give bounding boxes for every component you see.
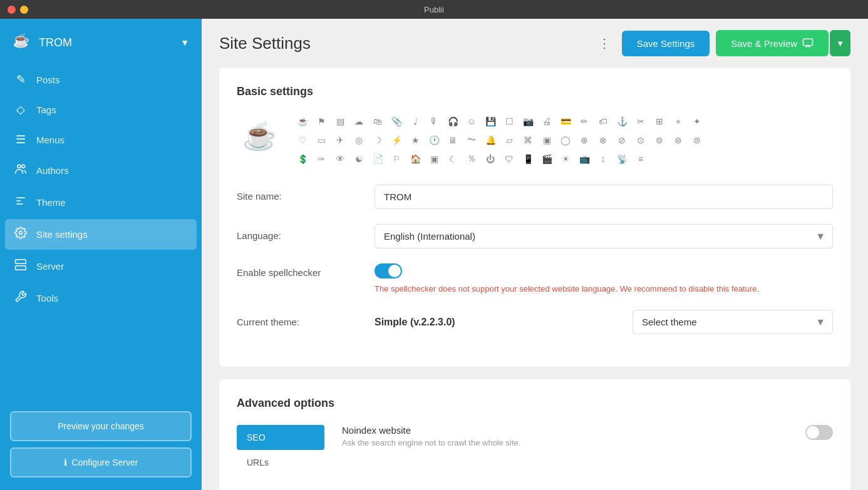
theme-select[interactable]: Select theme	[633, 310, 833, 334]
icon-cell[interactable]: ✏	[576, 113, 592, 130]
configure-server-label: Configure Server	[72, 457, 138, 467]
icon-cell[interactable]: ♡	[294, 132, 311, 148]
minimize-button[interactable]	[20, 6, 28, 14]
icon-cell[interactable]: ⚡	[388, 132, 405, 148]
icon-cell[interactable]: 🎙	[426, 113, 442, 130]
icon-cell[interactable]: 🏠	[407, 151, 423, 167]
adv-tab-urls[interactable]: URLs	[237, 450, 324, 475]
sidebar-item-theme[interactable]: Theme	[5, 187, 197, 218]
icon-cell[interactable]: 🎬	[539, 151, 555, 167]
icon-cell[interactable]: ⊘	[614, 132, 630, 148]
spellchecker-warning: The spellchecker does not support your s…	[375, 283, 833, 295]
icon-cell[interactable]: ⌖	[670, 113, 686, 130]
advanced-options-title: Advanced options	[237, 397, 833, 410]
save-preview-dropdown-button[interactable]: ▼	[830, 30, 850, 56]
icon-cell[interactable]: ☽	[369, 132, 386, 148]
tags-icon: ◇	[14, 103, 28, 116]
icon-cell[interactable]: ⊞	[651, 113, 668, 130]
icon-cell[interactable]: 💳	[557, 113, 574, 130]
icon-cell[interactable]: ≡	[633, 151, 649, 167]
icon-cell[interactable]: ▱	[501, 132, 517, 148]
sidebar-item-menus[interactable]: ☰ Menus	[5, 125, 197, 154]
svg-rect-7	[16, 266, 26, 270]
icon-picker-grid: ☕ ⚑ ▤ ☁ 🛍 📎 ♩ 🎙 🎧 ☺ 💾 ☐ 📷 🖨	[294, 113, 833, 167]
site-name-input[interactable]	[375, 185, 833, 209]
icon-cell[interactable]: 💾	[482, 113, 499, 130]
icon-cell[interactable]: ▣	[539, 132, 555, 148]
icon-cell[interactable]: 📄	[369, 151, 386, 167]
icon-cell[interactable]: ☁	[351, 113, 367, 130]
icon-cell[interactable]: 📱	[520, 151, 536, 167]
icon-cell[interactable]: ⚑	[313, 113, 329, 130]
icon-cell[interactable]: 🏷	[595, 113, 611, 130]
icon-cell[interactable]: ⏻	[482, 151, 499, 167]
icon-cell[interactable]: 👁	[332, 151, 348, 167]
icon-cell[interactable]: ⚓	[614, 113, 630, 130]
icon-cell[interactable]: 📺	[576, 151, 592, 167]
adv-tab-seo[interactable]: SEO	[237, 425, 324, 450]
sidebar-dropdown-icon[interactable]: ▼	[180, 38, 189, 48]
menus-icon: ☰	[14, 133, 28, 146]
icon-cell[interactable]: ☾	[445, 151, 461, 167]
sidebar-item-site-settings[interactable]: Site settings	[5, 219, 197, 250]
sidebar-item-server[interactable]: Server	[5, 251, 197, 282]
icon-cell[interactable]: ☀	[557, 151, 574, 167]
icon-cell[interactable]: 📡	[614, 151, 630, 167]
language-select[interactable]: English (International) German French Sp…	[375, 224, 833, 248]
icon-cell[interactable]: ↕	[595, 151, 611, 167]
icon-cell[interactable]: ✦	[689, 113, 705, 130]
icon-cell[interactable]: 📷	[520, 113, 536, 130]
advanced-options-section: Advanced options SEO URLs Noindex websit…	[219, 379, 850, 490]
icon-cell[interactable]: ⊚	[651, 132, 668, 148]
icon-cell[interactable]: ✂	[633, 113, 649, 130]
svg-point-0	[18, 165, 21, 168]
sidebar-header: ☕ TROM ▼	[0, 25, 202, 65]
icon-cell[interactable]: ☺	[463, 113, 480, 130]
sidebar-item-posts[interactable]: ✎ Posts	[5, 65, 197, 94]
icon-cell[interactable]: 🕐	[426, 132, 442, 148]
icon-cell[interactable]: 🎧	[445, 113, 461, 130]
icon-cell[interactable]: ⌘	[520, 132, 536, 148]
save-settings-button[interactable]: Save Settings	[622, 31, 710, 56]
more-options-icon[interactable]: ⋮	[593, 33, 616, 53]
icon-cell[interactable]: 🔔	[482, 132, 499, 148]
save-preview-button[interactable]: Save & Preview	[716, 30, 829, 56]
icon-cell[interactable]: ⊕	[576, 132, 592, 148]
icon-cell[interactable]: ✑	[313, 151, 329, 167]
close-button[interactable]	[8, 6, 16, 14]
icon-cell[interactable]: 🖥	[445, 132, 461, 148]
icon-cell[interactable]: ★	[407, 132, 423, 148]
noindex-toggle[interactable]	[805, 425, 833, 440]
spellchecker-toggle[interactable]	[375, 263, 402, 278]
icon-cell[interactable]: ♩	[407, 113, 423, 130]
icon-cell[interactable]: ▣	[426, 151, 442, 167]
icon-cell[interactable]: 🛡	[501, 151, 517, 167]
icon-cell[interactable]: ▭	[313, 132, 329, 148]
icon-cell[interactable]: ☕	[294, 113, 311, 130]
icon-cell[interactable]: ☐	[501, 113, 517, 130]
preview-changes-button[interactable]: Preview your changes	[10, 411, 192, 441]
icon-cell[interactable]: ◯	[557, 132, 574, 148]
icon-cell[interactable]: ◎	[351, 132, 367, 148]
site-name-row: Site name:	[237, 185, 833, 209]
icon-cell[interactable]: ％	[463, 151, 480, 167]
icon-cell[interactable]: ⊜	[689, 132, 705, 148]
icon-cell[interactable]: 🖨	[539, 113, 555, 130]
sidebar-item-tags[interactable]: ◇ Tags	[5, 95, 197, 124]
icon-cell[interactable]: 💲	[294, 151, 311, 167]
sidebar-item-tools[interactable]: Tools	[5, 283, 197, 314]
icon-cell[interactable]: 〜	[463, 132, 480, 148]
configure-server-button[interactable]: ℹ Configure Server	[10, 447, 192, 477]
icon-cell[interactable]: ☯	[351, 151, 367, 167]
icon-cell[interactable]: ▤	[332, 113, 348, 130]
icon-cell[interactable]: ⊗	[595, 132, 611, 148]
icon-cell[interactable]: ✈	[332, 132, 348, 148]
sidebar-item-authors[interactable]: Authors	[5, 155, 197, 186]
icon-cell[interactable]: ⊙	[633, 132, 649, 148]
window-controls	[8, 6, 28, 14]
icon-cell[interactable]: ⚐	[388, 151, 405, 167]
icon-cell[interactable]: 📎	[388, 113, 405, 130]
header-actions: ⋮ Save Settings Save & Preview ▼	[593, 30, 850, 56]
icon-cell[interactable]: 🛍	[369, 113, 386, 130]
icon-cell[interactable]: ⊛	[670, 132, 686, 148]
